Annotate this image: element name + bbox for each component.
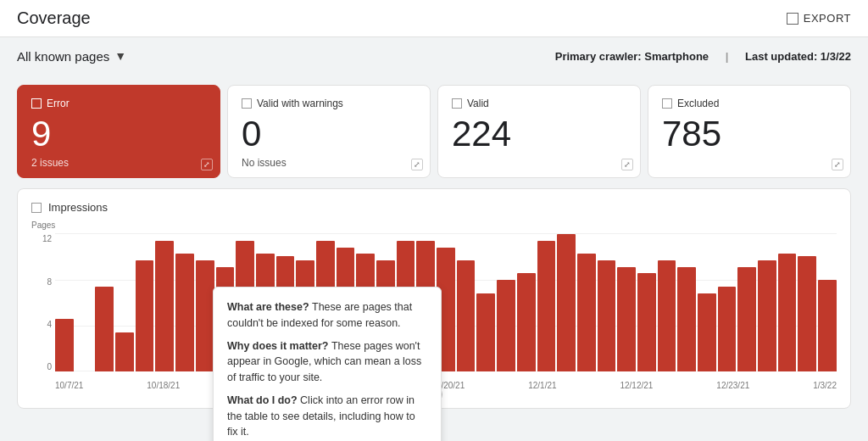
pages-label: Pages bbox=[31, 220, 55, 230]
y-label-12: 12 bbox=[31, 234, 52, 243]
x-label-8: 1/3/22 bbox=[813, 381, 837, 390]
last-updated-value: 1/3/22 bbox=[821, 50, 851, 63]
bar-24 bbox=[537, 241, 556, 371]
x-axis: 10/7/21 10/18/21 10/29/21 11/9/21 11/20/… bbox=[55, 381, 837, 390]
tooltip-q3: What do I do? Click into an error row in… bbox=[227, 393, 427, 440]
bar-28 bbox=[617, 267, 636, 371]
x-label-0: 10/7/21 bbox=[55, 381, 83, 390]
error-card-sub: 2 issues bbox=[31, 157, 206, 169]
x-label-7: 12/23/21 bbox=[716, 381, 749, 390]
y-label-0: 0 bbox=[31, 362, 52, 371]
tooltip-q1: What are these? These are pages that cou… bbox=[227, 299, 427, 332]
error-card: Error 9 2 issues ⤢ bbox=[17, 85, 220, 178]
top-bar: Coverage EXPORT bbox=[0, 0, 868, 37]
primary-crawler-value: Smartphone bbox=[644, 50, 709, 63]
bar-3 bbox=[115, 332, 134, 371]
valid-warnings-sub: No issues bbox=[242, 157, 416, 169]
bar-38 bbox=[818, 280, 837, 371]
bar-23 bbox=[517, 273, 536, 371]
bar-36 bbox=[778, 254, 797, 371]
valid-checkbox[interactable] bbox=[452, 98, 462, 109]
chevron-down-icon: ▼ bbox=[114, 49, 126, 63]
excluded-label: Excluded bbox=[677, 98, 719, 109]
bar-27 bbox=[598, 260, 616, 371]
main-content: Error 9 2 issues ⤢ Valid with warnings 0… bbox=[0, 75, 868, 419]
bar-33 bbox=[718, 287, 737, 371]
bar-32 bbox=[698, 293, 716, 372]
bar-2 bbox=[95, 287, 114, 371]
bars-container bbox=[55, 234, 837, 371]
bar-25 bbox=[557, 234, 576, 371]
export-button[interactable]: EXPORT bbox=[787, 12, 851, 25]
error-card-label: Error bbox=[47, 98, 70, 109]
bar-21 bbox=[476, 293, 495, 372]
valid-card: Valid 224 ⤢ bbox=[437, 85, 641, 178]
cards-row: Error 9 2 issues ⤢ Valid with warnings 0… bbox=[17, 85, 851, 178]
valid-warnings-card: Valid with warnings 0 No issues ⤢ bbox=[227, 85, 431, 178]
page-title: Coverage bbox=[17, 8, 91, 28]
bar-37 bbox=[798, 256, 816, 371]
x-label-6: 12/12/21 bbox=[620, 381, 653, 390]
primary-crawler-label: Primary crawler: bbox=[555, 50, 642, 63]
tooltip-q2: Why does it matter? These pages won't ap… bbox=[227, 338, 427, 386]
pages-filter-dropdown[interactable]: All known pages ▼ bbox=[17, 49, 126, 64]
impressions-checkbox[interactable] bbox=[31, 203, 42, 213]
bar-0 bbox=[55, 319, 74, 371]
error-card-value: 9 bbox=[31, 114, 206, 154]
filter-dropdown-label: All known pages bbox=[17, 49, 109, 64]
error-card-checkbox[interactable] bbox=[31, 98, 42, 109]
bar-22 bbox=[497, 280, 515, 371]
chart-title: Impressions bbox=[48, 201, 108, 214]
bar-26 bbox=[577, 254, 596, 371]
bar-5 bbox=[155, 241, 174, 371]
excluded-value: 785 bbox=[662, 114, 837, 154]
bar-29 bbox=[637, 273, 656, 371]
bar-4 bbox=[136, 260, 154, 371]
bar-20 bbox=[457, 260, 476, 371]
bar-7 bbox=[196, 260, 214, 371]
excluded-card-header: Excluded bbox=[662, 98, 837, 109]
bar-6 bbox=[175, 254, 194, 371]
separator: | bbox=[726, 50, 729, 63]
bar-31 bbox=[677, 267, 696, 371]
excluded-expand-icon[interactable]: ⤢ bbox=[832, 159, 843, 170]
excluded-checkbox[interactable] bbox=[662, 98, 672, 109]
chart-header: Impressions bbox=[31, 201, 837, 214]
error-card-expand-icon[interactable]: ⤢ bbox=[201, 159, 213, 170]
bar-35 bbox=[758, 260, 776, 371]
last-updated-label: Last updated: bbox=[745, 50, 817, 63]
x-label-5: 12/1/21 bbox=[528, 381, 556, 390]
x-label-1: 10/18/21 bbox=[147, 381, 180, 390]
bar-34 bbox=[737, 267, 756, 371]
valid-warnings-value: 0 bbox=[242, 114, 416, 154]
tooltip-box: What are these? These are pages that cou… bbox=[213, 287, 442, 441]
valid-value: 224 bbox=[452, 114, 626, 154]
y-label-8: 8 bbox=[31, 277, 52, 287]
filter-bar: All known pages ▼ Primary crawler: Smart… bbox=[0, 37, 868, 75]
excluded-card: Excluded 785 ⤢ bbox=[648, 85, 851, 178]
export-checkbox-icon bbox=[787, 13, 798, 25]
valid-label: Valid bbox=[467, 98, 489, 109]
bar-30 bbox=[658, 260, 676, 371]
filter-right-info: Primary crawler: Smartphone | Last updat… bbox=[555, 50, 851, 63]
error-card-header: Error bbox=[31, 98, 206, 109]
export-label: EXPORT bbox=[804, 12, 851, 25]
valid-card-header: Valid bbox=[452, 98, 626, 109]
chart-area: Impressions Pages 0 4 8 12 10/7/2 bbox=[17, 188, 851, 409]
valid-warnings-checkbox[interactable] bbox=[242, 98, 252, 109]
valid-warnings-card-header: Valid with warnings bbox=[242, 98, 416, 109]
valid-warnings-label: Valid with warnings bbox=[257, 98, 343, 109]
valid-expand-icon[interactable]: ⤢ bbox=[621, 159, 633, 170]
y-axis-labels: 0 4 8 12 bbox=[31, 234, 52, 371]
y-label-4: 4 bbox=[31, 320, 52, 329]
valid-warnings-expand-icon[interactable]: ⤢ bbox=[411, 159, 423, 170]
